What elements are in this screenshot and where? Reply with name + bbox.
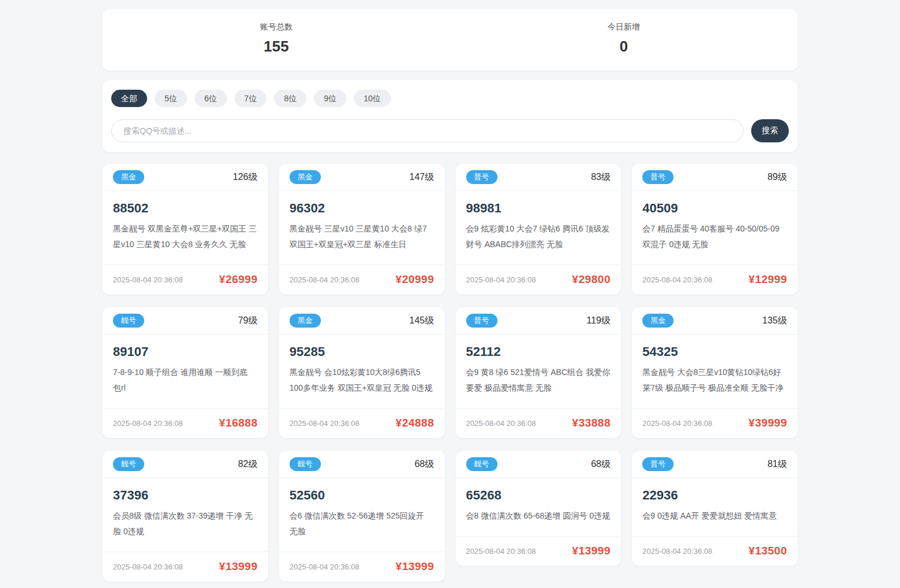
account-level: 68级 <box>415 458 434 471</box>
account-number: 40509 <box>642 201 787 216</box>
account-number: 89107 <box>113 344 258 359</box>
account-level: 81级 <box>767 458 787 471</box>
filter-tab[interactable]: 全部 <box>111 90 147 107</box>
account-level: 83级 <box>591 171 610 183</box>
account-card-footer: 2025-08-04 20:36:08 ¥20999 <box>279 264 445 295</box>
account-card-header: 靓号 82级 <box>103 451 268 478</box>
account-number: 88502 <box>113 201 258 216</box>
listing-timestamp: 2025-08-04 20:36:08 <box>466 275 536 284</box>
account-card-body: 98981 会9 炫彩黄10 大会7 绿钻6 腾讯6 顶级发财号 ABABC排列… <box>456 191 621 264</box>
stat-new-today-label: 今日新增 <box>450 22 797 32</box>
account-type-badge: 黑金 <box>290 314 321 328</box>
account-number: 65268 <box>466 488 611 503</box>
account-description: 黑金靓号 会10炫彩黄10大8绿6腾讯5 100多年业务 双国王+双皇冠 无脸 … <box>290 365 434 396</box>
search-input[interactable] <box>111 119 744 142</box>
account-card[interactable]: 靓号 79级 89107 7-8-9-10 顺子组合 谁用谁顺 一顺到底 包rl… <box>103 307 268 438</box>
account-type-badge: 普号 <box>642 170 674 184</box>
listing-timestamp: 2025-08-04 20:36:08 <box>290 563 360 571</box>
account-type-badge: 普号 <box>466 170 497 184</box>
account-card-footer: 2025-08-04 20:36:08 ¥13999 <box>456 536 621 566</box>
listing-timestamp: 2025-08-04 20:36:08 <box>113 275 183 284</box>
account-description: 会8 微信满次数 65-68递增 圆润号 0违规 <box>466 508 611 524</box>
account-type-badge: 靓号 <box>466 457 497 471</box>
filter-tab[interactable]: 9位 <box>314 90 346 107</box>
stats-summary-card: 账号总数 155 今日新增 0 <box>103 9 797 71</box>
account-number: 96302 <box>290 201 434 216</box>
account-card-body: 54325 黑金靓号 大会8三星v10黄钻10绿钻6好莱7级 极品顺子号 极品准… <box>632 335 797 408</box>
account-level: 147级 <box>409 171 434 183</box>
account-card-footer: 2025-08-04 20:36:08 ¥12999 <box>632 264 797 295</box>
price: ¥13999 <box>219 560 257 573</box>
account-card-footer: 2025-08-04 20:36:08 ¥13999 <box>279 552 445 582</box>
account-card[interactable]: 黑金 147级 96302 黑金靓号 三星v10 三星黄10 大会8 绿7 双国… <box>279 164 445 295</box>
filter-search-card: 全部5位6位7位8位9位10位 搜索 <box>103 80 797 152</box>
account-card-footer: 2025-08-04 20:36:08 ¥13999 <box>103 552 268 582</box>
price: ¥16888 <box>219 417 257 429</box>
account-card[interactable]: 普号 89级 40509 会7 精品蛋蛋号 40客服号 40-50/05-09 … <box>632 164 797 295</box>
search-button[interactable]: 搜索 <box>751 119 789 142</box>
filter-tab[interactable]: 8位 <box>274 90 306 107</box>
account-card[interactable]: 黑金 126级 88502 黑金靓号 双黑金至尊+双三星+双国王 三星v10 三… <box>103 164 268 295</box>
account-card-header: 普号 83级 <box>456 164 621 191</box>
price: ¥24888 <box>396 417 434 429</box>
account-card[interactable]: 普号 83级 98981 会9 炫彩黄10 大会7 绿钻6 腾讯6 顶级发财号 … <box>456 164 621 295</box>
account-description: 黑金靓号 三星v10 三星黄10 大会8 绿7 双国王+双皇冠+双三星 标准生日 <box>290 221 434 252</box>
account-type-badge: 靓号 <box>113 457 144 471</box>
account-type-badge: 靓号 <box>290 457 321 471</box>
account-card-header: 黑金 145级 <box>279 307 445 335</box>
account-card[interactable]: 靓号 68级 65268 会8 微信满次数 65-68递增 圆润号 0违规 20… <box>456 451 621 566</box>
account-card-header: 普号 81级 <box>632 451 797 478</box>
listing-timestamp: 2025-08-04 20:36:08 <box>290 275 360 284</box>
stat-new-today: 今日新增 0 <box>450 22 797 56</box>
filter-tab[interactable]: 10位 <box>354 90 391 107</box>
account-level: 79级 <box>238 315 258 327</box>
account-card-body: 65268 会8 微信满次数 65-68递增 圆润号 0违规 <box>456 478 621 536</box>
account-card[interactable]: 黑金 145级 95285 黑金靓号 会10炫彩黄10大8绿6腾讯5 100多年… <box>279 307 445 438</box>
account-level: 82级 <box>238 458 258 471</box>
account-description: 会9 0违规 AA开 爱爱就想妞 爱情寓意 <box>642 508 787 524</box>
account-card[interactable]: 普号 119级 52112 会9 黄8 绿6 521爱情号 ABC组合 我爱你要… <box>456 307 621 438</box>
account-level: 89级 <box>767 171 787 183</box>
account-description: 7-8-9-10 顺子组合 谁用谁顺 一顺到底 包rl <box>113 365 258 396</box>
account-card-header: 靓号 79级 <box>103 307 268 335</box>
listing-timestamp: 2025-08-04 20:36:08 <box>113 563 183 571</box>
price: ¥12999 <box>749 273 787 286</box>
account-level: 135级 <box>762 315 787 327</box>
account-type-badge: 黑金 <box>642 314 674 328</box>
account-card-footer: 2025-08-04 20:36:08 ¥13500 <box>632 536 797 566</box>
account-description: 黑金靓号 大会8三星v10黄钻10绿钻6好莱7级 极品顺子号 极品准全顺 无脸干… <box>642 365 787 396</box>
account-card[interactable]: 普号 81级 22936 会9 0违规 AA开 爱爱就想妞 爱情寓意 2025-… <box>632 451 797 566</box>
account-card-header: 普号 119级 <box>456 307 621 335</box>
price: ¥29800 <box>572 273 610 286</box>
account-number: 22936 <box>642 488 787 503</box>
account-card-body: 40509 会7 精品蛋蛋号 40客服号 40-50/05-09 双混子 0违规… <box>632 191 797 264</box>
account-card-body: 52112 会9 黄8 绿6 521爱情号 ABC组合 我爱你要爱 极品爱情寓意… <box>456 335 621 408</box>
listing-timestamp: 2025-08-04 20:36:08 <box>113 419 183 428</box>
account-description: 会9 炫彩黄10 大会7 绿钻6 腾讯6 顶级发财号 ABABC排列漂亮 无脸 <box>466 221 611 252</box>
stat-total-label: 账号总数 <box>103 22 450 32</box>
account-level: 145级 <box>409 315 434 327</box>
account-level: 119级 <box>587 315 611 327</box>
listing-timestamp: 2025-08-04 20:36:08 <box>642 547 712 556</box>
account-card[interactable]: 靓号 68级 52560 会6 微信满次数 52-56递增 525回旋开 无脸 … <box>279 451 445 582</box>
price: ¥13500 <box>749 545 787 557</box>
account-card-footer: 2025-08-04 20:36:08 ¥33888 <box>456 408 621 438</box>
account-card-header: 普号 89级 <box>632 164 797 191</box>
filter-tab[interactable]: 7位 <box>235 90 267 107</box>
listing-timestamp: 2025-08-04 20:36:08 <box>290 419 360 428</box>
account-card-footer: 2025-08-04 20:36:08 ¥29800 <box>456 264 621 295</box>
account-card[interactable]: 黑金 135级 54325 黑金靓号 大会8三星v10黄钻10绿钻6好莱7级 极… <box>632 307 797 438</box>
account-card-body: 96302 黑金靓号 三星v10 三星黄10 大会8 绿7 双国王+双皇冠+双三… <box>279 191 445 264</box>
price: ¥20999 <box>396 273 434 286</box>
digit-filter-tabs: 全部5位6位7位8位9位10位 <box>111 90 789 107</box>
account-type-badge: 黑金 <box>290 170 321 184</box>
account-card-header: 黑金 147级 <box>279 164 445 191</box>
account-card-footer: 2025-08-04 20:36:08 ¥16888 <box>103 408 268 438</box>
filter-tab[interactable]: 5位 <box>155 90 187 107</box>
account-card-body: 52560 会6 微信满次数 52-56递增 525回旋开 无脸 <box>279 478 445 552</box>
account-number: 54325 <box>642 344 787 359</box>
filter-tab[interactable]: 6位 <box>195 90 227 107</box>
account-card[interactable]: 靓号 82级 37396 会员8级 微信满次数 37-39递增 干净 无脸 0违… <box>103 451 268 582</box>
account-card-footer: 2025-08-04 20:36:08 ¥39999 <box>632 408 797 438</box>
account-card-header: 靓号 68级 <box>456 451 621 478</box>
